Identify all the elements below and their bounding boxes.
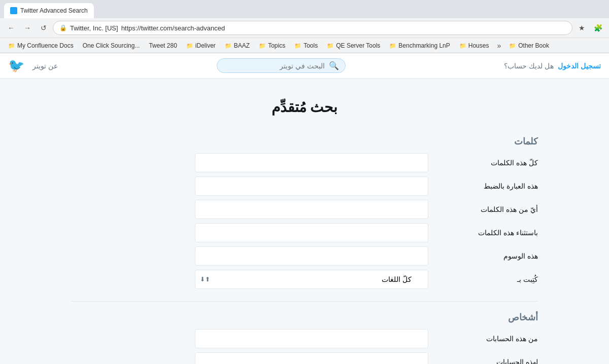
exclude-words-input[interactable] [195, 223, 428, 242]
confluence-folder-icon [8, 42, 15, 49]
baaz-folder-icon [225, 42, 232, 49]
auth-question: هل لديك حساب؟ [504, 62, 554, 70]
active-tab[interactable]: Twitter Advanced Search [4, 3, 94, 18]
signin-link[interactable]: تسجيل الدخول [558, 62, 601, 70]
tab-favicon [10, 7, 17, 14]
extensions-button[interactable]: 🧩 [591, 21, 605, 35]
bookmark-topics[interactable]: Topics [255, 41, 289, 50]
exact-phrase-row: هذه العبارة بالضبط [71, 176, 538, 196]
bookmark-qe-server[interactable]: QE Server Tools [323, 41, 384, 50]
any-words-label: أيّ من هذه الكلمات [436, 205, 538, 213]
benchmarking-folder-icon [389, 42, 396, 49]
from-accounts-row: من هذه الحسابات [71, 329, 538, 348]
forward-button[interactable]: → [20, 21, 35, 35]
about-twitter-link[interactable]: عن تويتر [32, 62, 58, 70]
star-button[interactable]: ★ [574, 21, 589, 35]
main-content: بحث مُتقدِّم كلمات كلّ هذه الكلمات هذه ا… [0, 79, 609, 364]
bookmark-one-click-label: One Click Sourcing... [83, 42, 140, 49]
language-row: كُتِبت بـ كلّ اللغات العربية English Fra… [71, 270, 538, 289]
keywords-divider [71, 301, 538, 302]
hashtags-input[interactable] [195, 246, 428, 266]
bookmark-benchmarking-label: Benchmarking LnP [398, 42, 450, 49]
back-button[interactable]: ← [4, 21, 18, 35]
houses-folder-icon [459, 42, 466, 49]
other-book-folder-icon [509, 42, 516, 49]
tab-label: Twitter Advanced Search [20, 7, 88, 14]
bookmark-other-book[interactable]: Other Book [505, 41, 553, 50]
language-select-wrapper: كلّ اللغات العربية English Français ⬆⬇ [195, 270, 428, 289]
more-bookmarks-button[interactable]: » [494, 41, 504, 51]
any-words-row: أيّ من هذه الكلمات [71, 200, 538, 219]
bookmark-ideliver[interactable]: iDeliver [182, 41, 220, 50]
header-search-input[interactable] [223, 62, 325, 70]
address-bar[interactable]: 🔒 Twitter, Inc. [US] https://twitter.com… [53, 21, 572, 35]
to-accounts-input[interactable] [195, 352, 428, 364]
auth-section: تسجيل الدخول هل لديك حساب؟ [504, 62, 601, 70]
bookmark-tweet280[interactable]: Tweet 280 [145, 41, 181, 50]
to-accounts-label: لهذه الحسابات [436, 358, 538, 364]
all-words-input[interactable] [195, 153, 428, 172]
site-label: Twitter, Inc. [US] [70, 24, 118, 32]
bookmark-benchmarking[interactable]: Benchmarking LnP [385, 41, 454, 50]
twitter-header: تسجيل الدخول هل لديك حساب؟ 🔍 عن تويتر 🐦 [0, 53, 609, 79]
bookmark-houses-label: Houses [468, 42, 489, 49]
to-accounts-row: لهذه الحسابات [71, 352, 538, 364]
bookmark-one-click[interactable]: One Click Sourcing... [79, 41, 144, 50]
header-search[interactable]: 🔍 [217, 58, 346, 73]
exact-phrase-label: هذه العبارة بالضبط [436, 182, 538, 190]
search-icon-header: 🔍 [329, 61, 339, 70]
browser-bookmarks: My Confluence Docs One Click Sourcing...… [0, 38, 609, 53]
bookmark-qe-server-label: QE Server Tools [336, 42, 380, 49]
browser-tabs: Twitter Advanced Search [0, 0, 609, 18]
exact-phrase-input[interactable] [195, 176, 428, 196]
bookmark-tools-label: Tools [303, 42, 318, 49]
bookmark-topics-label: Topics [268, 42, 285, 49]
language-label: كُتِبت بـ [436, 275, 538, 283]
address-url: https://twitter.com/search-advanced [121, 24, 225, 32]
language-select[interactable]: كلّ اللغات العربية English Français [195, 270, 428, 289]
lock-icon: 🔒 [59, 24, 67, 31]
exclude-words-label: باستثناء هذه الكلمات [436, 229, 538, 237]
bookmark-confluence[interactable]: My Confluence Docs [4, 41, 78, 50]
hashtags-label: هذه الوسوم [436, 252, 538, 260]
bookmark-confluence-label: My Confluence Docs [17, 42, 74, 49]
any-words-input[interactable] [195, 200, 428, 219]
ideliver-folder-icon [186, 42, 193, 49]
tools-folder-icon [294, 42, 301, 49]
topics-folder-icon [259, 42, 266, 49]
bookmark-baaz[interactable]: BAAZ [221, 41, 254, 50]
qe-server-folder-icon [327, 42, 334, 49]
search-form: كلمات كلّ هذه الكلمات هذه العبارة بالضبط… [71, 136, 538, 364]
bookmark-ideliver-label: iDeliver [195, 42, 216, 49]
from-accounts-label: من هذه الحسابات [436, 335, 538, 343]
exclude-words-row: باستثناء هذه الكلمات [71, 223, 538, 242]
keywords-section: كلمات كلّ هذه الكلمات هذه العبارة بالضبط… [71, 136, 538, 289]
twitter-logo: 🐦 [8, 58, 24, 74]
browser-addressbar: ← → ↺ 🔒 Twitter, Inc. [US] https://twitt… [0, 18, 609, 38]
people-section: أشخاص من هذه الحسابات لهذه الحسابات الإش… [71, 312, 538, 364]
bookmark-tweet280-label: Tweet 280 [149, 42, 177, 49]
header-nav: عن تويتر 🐦 [8, 58, 58, 74]
bookmark-houses[interactable]: Houses [455, 41, 493, 50]
all-words-label: كلّ هذه الكلمات [436, 159, 538, 167]
all-words-row: كلّ هذه الكلمات [71, 153, 538, 172]
bookmark-tools[interactable]: Tools [290, 41, 322, 50]
page-title: بحث مُتقدِّم [10, 99, 599, 116]
from-accounts-input[interactable] [195, 329, 428, 348]
bookmark-baaz-label: BAAZ [234, 42, 250, 49]
keywords-header: كلمات [71, 136, 538, 147]
bookmark-other-book-label: Other Book [518, 42, 549, 49]
people-header: أشخاص [71, 312, 538, 323]
reload-button[interactable]: ↺ [37, 21, 51, 35]
browser-chrome: Twitter Advanced Search ← → ↺ 🔒 Twitter,… [0, 0, 609, 53]
hashtags-row: هذه الوسوم [71, 246, 538, 266]
